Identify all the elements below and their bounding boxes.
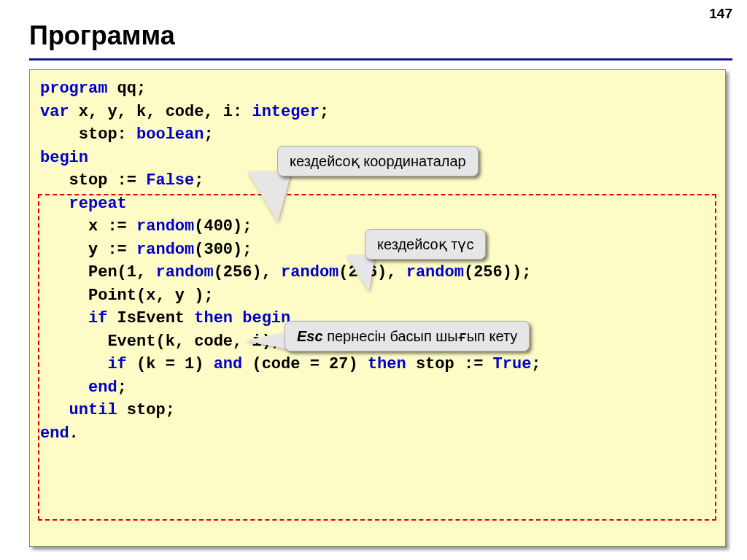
code-line: Point(x, y );	[40, 284, 715, 308]
callout-random-coords: кездейсоқ координаталар	[277, 146, 479, 176]
code-line: until stop;	[40, 399, 715, 422]
code-box: program qq; var x, y, k, code, i: intege…	[29, 69, 726, 547]
callout-tail	[244, 332, 288, 349]
code-line: if (k = 1) and (code = 27) then stop := …	[40, 353, 715, 376]
callout-esc-exit: Esc пернесін басып шығып кету	[285, 321, 530, 351]
callout-random-color: кездейсоқ түс	[365, 229, 486, 260]
code-line: var x, y, k, code, i: integer;	[40, 101, 715, 124]
code-line: repeat	[40, 192, 715, 216]
code-line: program qq;	[40, 77, 715, 101]
page-number: 147	[709, 6, 732, 22]
code-line: stop: boolean;	[40, 123, 715, 147]
code-line: Pen(1, random(256), random(256), random(…	[40, 261, 715, 284]
code-line: end;	[40, 376, 715, 400]
slide-title: Программа	[29, 20, 175, 51]
title-underline	[29, 58, 732, 61]
code-line: end.	[40, 422, 715, 446]
